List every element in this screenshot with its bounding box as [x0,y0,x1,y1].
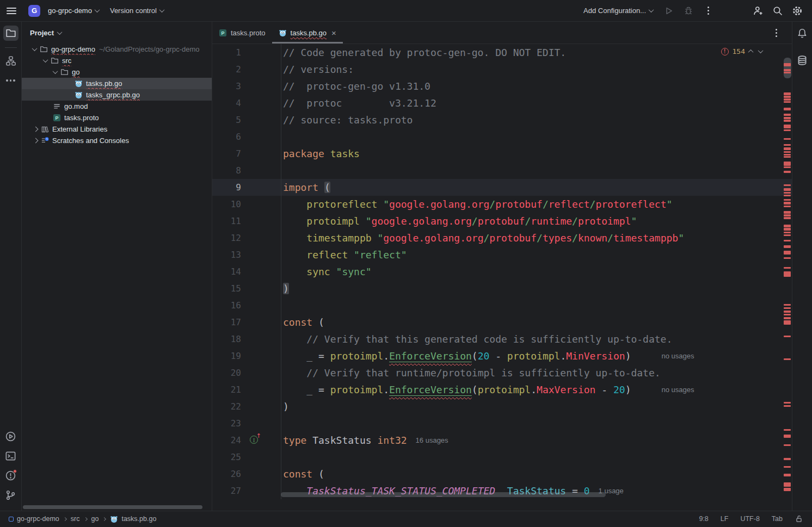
line-separator[interactable]: LF [721,515,729,523]
code-line-23[interactable]: 23 [212,415,792,432]
code-line-21[interactable]: 21 _ = protoimpl.EnforceVersion(protoimp… [212,381,792,398]
close-icon[interactable]: × [331,28,336,38]
breadcrumb-src[interactable]: src [71,515,80,523]
error-stripe-mark[interactable] [784,267,791,269]
chevron-down-icon[interactable] [41,59,50,63]
error-stripe-mark[interactable] [784,72,791,73]
error-stripe-mark[interactable] [784,240,791,241]
tree-item-tasks.proto[interactable]: Ptasks.proto [22,112,212,123]
tree-item-tasks_grpc.pb.go[interactable]: tasks_grpc.pb.go [22,89,212,101]
error-stripe-mark[interactable] [784,129,791,131]
problems-icon[interactable] [3,468,19,483]
error-stripe-mark[interactable] [784,206,791,207]
tree-item-tasks.pb.go[interactable]: tasks.pb.go [22,78,212,89]
error-stripe-mark[interactable] [784,211,791,214]
code-line-10[interactable]: 10 protoreflect "google.golang.org/proto… [212,196,792,213]
run-configuration-selector[interactable]: Add Configuration... [580,4,656,17]
error-stripe-mark[interactable] [784,257,791,259]
error-stripe-mark[interactable] [784,214,791,216]
implemented-icon[interactable]: I [250,436,258,444]
error-stripe-mark[interactable] [784,202,791,204]
file-encoding[interactable]: UTF-8 [740,515,759,523]
error-stripe-mark[interactable] [784,192,791,194]
project-panel-header[interactable]: Project [22,22,212,44]
settings-icon[interactable] [790,4,804,18]
code-line-26[interactable]: 26const ( [212,466,792,482]
code-line-18[interactable]: 18 // Verify that this generated code is… [212,331,792,348]
error-stripe-mark[interactable] [784,314,791,315]
error-stripe-mark[interactable] [784,232,791,233]
structure-icon[interactable] [3,53,19,69]
error-stripe-mark[interactable] [784,162,791,166]
vcs-widget[interactable]: Version control [107,4,167,17]
next-error-icon[interactable] [758,48,764,53]
more-icon[interactable] [701,4,715,18]
tree-item-go-grpc-demo[interactable]: go-grpc-demo~/GolandProjects/go-grpc-dem… [22,44,212,55]
search-icon[interactable] [771,4,785,18]
code-line-9[interactable]: 9import ( [212,179,792,196]
editor[interactable]: 1// Code generated by protoc-gen-go. DO … [212,44,792,511]
chevron-right-icon[interactable] [31,127,40,131]
error-stripe-mark[interactable] [784,320,791,325]
indent-style[interactable]: Tab [772,515,783,523]
error-stripe-mark[interactable] [784,188,791,191]
debug-icon[interactable] [681,4,696,18]
error-stripe-mark[interactable] [784,144,791,146]
notifications-icon[interactable] [795,26,810,41]
error-stripe-mark[interactable] [784,336,791,337]
tree-item-External Libraries[interactable]: External Libraries [22,123,212,135]
code-line-17[interactable]: 17const ( [212,314,792,331]
error-stripe-mark[interactable] [784,488,791,491]
code-line-5[interactable]: 5// source: tasks.proto [212,111,792,128]
more-icon[interactable] [3,73,19,88]
error-stripe-mark[interactable] [784,304,791,306]
tree-item-src[interactable]: src [22,55,212,66]
error-stripe-mark[interactable] [784,108,791,110]
code-line-16[interactable]: 16 [212,297,792,314]
error-stripe-mark[interactable] [784,358,791,360]
error-stripe-mark[interactable] [784,92,791,95]
tab-tasks.proto[interactable]: Ptasks.proto [212,22,272,44]
code-line-8[interactable]: 8 [212,162,792,179]
function-reference[interactable]: EnforceVersion [389,350,472,362]
code-line-15[interactable]: 15) [212,280,792,297]
previous-error-icon[interactable] [748,49,754,55]
caret-position[interactable]: 9:8 [699,515,708,523]
horizontal-scrollbar-thumb[interactable] [281,492,606,497]
terminal-icon[interactable] [3,448,19,463]
code-line-13[interactable]: 13 reflect "reflect" [212,246,792,263]
database-icon[interactable] [795,53,810,68]
error-stripe-mark[interactable] [784,117,791,119]
error-stripe-mark[interactable] [784,228,791,231]
error-stripe-mark[interactable] [784,245,791,248]
code-line-14[interactable]: 14 sync "sync" [212,263,792,280]
error-stripe-mark[interactable] [784,171,791,173]
error-stripe-mark[interactable] [784,154,791,156]
error-stripe-mark[interactable] [784,195,791,196]
error-stripe-mark[interactable] [784,474,791,476]
chevron-down-icon[interactable] [30,47,39,51]
error-stripe-mark[interactable] [784,317,791,319]
usages-hint[interactable]: no usages [661,386,694,394]
error-stripe-mark[interactable] [784,402,791,404]
run-icon[interactable] [3,429,19,444]
code-line-7[interactable]: 7package tasks [212,145,792,162]
editor-options-icon[interactable] [769,26,783,40]
inspection-widget[interactable]: ! 154 [721,47,762,55]
run-icon[interactable] [662,4,676,18]
code-line-6[interactable]: 6 [212,128,792,145]
error-stripe-mark[interactable] [784,435,791,438]
error-stripe-mark[interactable] [784,251,791,255]
tree-item-go.mod[interactable]: go.mod [22,101,212,112]
error-stripe-mark[interactable] [784,114,791,116]
code-line-1[interactable]: 1// Code generated by protoc-gen-go. DO … [212,44,792,61]
project-folder-icon[interactable] [3,26,19,41]
error-stripe-mark[interactable] [784,199,791,201]
error-stripe-mark[interactable] [784,444,791,446]
error-stripe-mark[interactable] [784,225,791,227]
code-line-2[interactable]: 2// versions: [212,61,792,78]
tree-item-Scratches and Consoles[interactable]: Scratches and Consoles [22,135,212,146]
project-horizontal-scrollbar[interactable] [23,505,202,509]
usages-hint[interactable]: no usages [661,352,694,360]
tab-tasks.pb.go[interactable]: tasks.pb.go× [272,22,343,44]
